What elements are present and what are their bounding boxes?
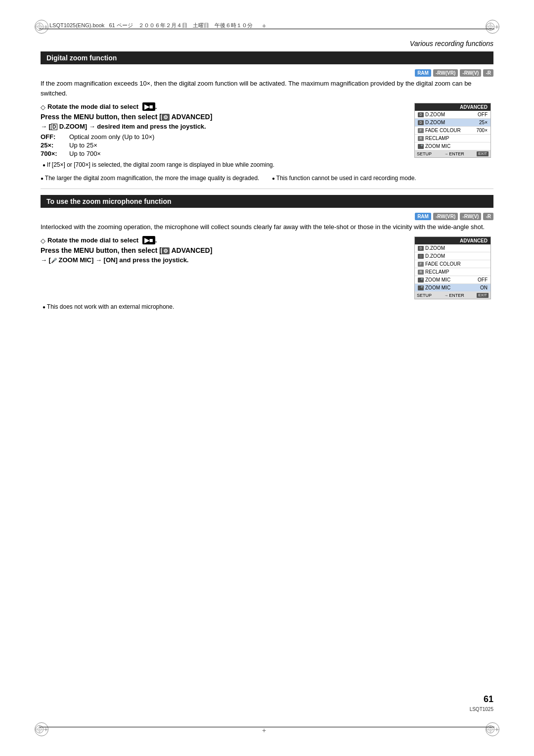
option-25x: 25×: Up to 25× bbox=[41, 142, 406, 149]
section2-bullet1: This does not work with an external micr… bbox=[41, 303, 493, 310]
screen2-icon-r: R bbox=[418, 270, 424, 275]
badge2-r: -R bbox=[483, 213, 493, 220]
section1-arrow-line: → [D D.ZOOM] → desired item and press th… bbox=[41, 123, 406, 130]
section2-instruction: Press the MENU button, then select [⚙ AD… bbox=[41, 246, 406, 254]
screen2-row-mic-on: 🎤 ZOOM MIC ON bbox=[415, 284, 490, 292]
note-card: This function cannot be used in card rec… bbox=[272, 174, 493, 183]
advanced-icon2: ⚙ bbox=[162, 247, 170, 254]
section-digital-zoom: Digital zoom function RAM -RW(VR) -RW(V)… bbox=[41, 51, 493, 183]
section1-steps: ◇ Rotate the mode dial to select ▶■. Pre… bbox=[41, 103, 406, 170]
section2-steps: ◇ Rotate the mode dial to select ▶■. Pre… bbox=[41, 236, 406, 267]
screen2-icon-mic: 🎤 bbox=[418, 278, 424, 283]
badge2-rwv: -RW(V) bbox=[460, 213, 481, 220]
screen2-row-2: □ D.ZOOM bbox=[415, 252, 490, 260]
screen-row-dzoom-25: D D.ZOOM 25× bbox=[415, 119, 490, 127]
advanced-icon1: ⚙ bbox=[162, 114, 170, 121]
badge2-ram: RAM bbox=[415, 213, 431, 220]
section2-title: To use the zoom microphone function bbox=[41, 195, 493, 208]
section2-screenshot: ADVANCED D D.ZOOM □ D.ZOOM bbox=[414, 236, 493, 299]
screen-enter: → ENTER bbox=[444, 151, 464, 156]
screen-footer-2: SETUP → ENTER EXIT bbox=[415, 292, 490, 299]
content-area: Various recording functions Digital zoom… bbox=[41, 40, 493, 716]
corner-decoration-br bbox=[486, 722, 499, 736]
section1-options: OFF: Optical zoom only (Up to 10×) 25×: … bbox=[41, 133, 406, 157]
screen2-icon-2: □ bbox=[418, 254, 424, 259]
section2-arrow-line: → [🎤 ZOOM MIC] → [ON] and press the joys… bbox=[41, 256, 406, 264]
enter-arrow: → bbox=[444, 152, 448, 156]
option-700x: 700×: Up to 700× bbox=[41, 150, 406, 157]
section1-step1: ◇ Rotate the mode dial to select ▶■. bbox=[41, 103, 406, 111]
note-quality: The larger the digital zoom magnificatio… bbox=[41, 174, 262, 183]
screen-title-1: ADVANCED bbox=[415, 103, 490, 111]
screen-icon-mic: 🎤 bbox=[418, 144, 424, 149]
header-meta: LSQT1025(ENG).book 61 ページ ２００６年２月４日 土曜日 … bbox=[49, 22, 253, 29]
section1-bullet1: If [25×] or [700×] is selected, the digi… bbox=[41, 161, 406, 168]
section1-intro: If the zoom magnification exceeds 10×, t… bbox=[41, 79, 493, 98]
screen2-row-reclamp: R RECLAMP bbox=[415, 268, 490, 276]
page: LSQT1025(ENG).book 61 ページ ２００６年２月４日 土曜日 … bbox=[0, 0, 534, 756]
exit-badge: EXIT bbox=[477, 151, 489, 156]
section2-badges: RAM -RW(VR) -RW(V) -R bbox=[41, 213, 493, 220]
video-mode-icon: ▶■ bbox=[142, 102, 155, 111]
bottom-cross: + bbox=[262, 726, 266, 734]
section1-main-content: ◇ Rotate the mode dial to select ▶■. Pre… bbox=[41, 103, 493, 170]
section1-title: Digital zoom function bbox=[41, 51, 493, 64]
page-code: LSQT1025 bbox=[470, 707, 493, 712]
top-cross: + bbox=[262, 22, 266, 30]
screen2-row-mic-off: 🎤 ZOOM MIC OFF bbox=[415, 276, 490, 284]
screen-icon-d: D bbox=[418, 112, 424, 117]
section1-badges: RAM -RW(VR) -RW(V) -R bbox=[41, 69, 493, 77]
section2-main-content: ◇ Rotate the mode dial to select ▶■. Pre… bbox=[41, 236, 493, 299]
screen2-enter: → ENTER bbox=[444, 293, 464, 298]
badge-rwv: -RW(V) bbox=[460, 69, 481, 77]
screen-mockup-1: ADVANCED D D.ZOOM OFF D D.ZOOM bbox=[414, 103, 491, 158]
section1-notes: The larger the digital zoom magnificatio… bbox=[41, 174, 493, 183]
screen2-icon-mic2: 🎤 bbox=[418, 285, 424, 290]
screen-row-dzoom: D D.ZOOM OFF bbox=[415, 111, 490, 119]
bottom-line bbox=[40, 727, 494, 727]
exit-badge-2: EXIT bbox=[477, 293, 489, 298]
section-divider bbox=[41, 189, 493, 189]
screen-mockup-2: ADVANCED D D.ZOOM □ D.ZOOM bbox=[414, 236, 491, 299]
page-number: 61 bbox=[470, 694, 493, 705]
enter-arrow-2: → bbox=[444, 293, 448, 298]
section1-screenshot: ADVANCED D D.ZOOM OFF D D.ZOOM bbox=[414, 103, 493, 158]
screen-icon-d2: D bbox=[418, 120, 424, 125]
screen-icon-r: R bbox=[418, 136, 424, 141]
dzoom-icon: D bbox=[51, 124, 57, 130]
corner-decoration-bl bbox=[35, 722, 48, 736]
screen-row-mic: 🎤 ZOOM MIC bbox=[415, 142, 490, 150]
page-number-area: 61 LSQT1025 bbox=[470, 694, 493, 712]
screen-icon-fade: F bbox=[418, 128, 424, 133]
screen-row-reclamp: R RECLAMP bbox=[415, 135, 490, 142]
screen2-icon-1: D bbox=[418, 246, 424, 251]
screen-title-2: ADVANCED bbox=[415, 237, 490, 244]
screen2-icon-fade: F bbox=[418, 262, 424, 267]
screen-footer-1: SETUP → ENTER EXIT bbox=[415, 150, 490, 157]
page-category: Various recording functions bbox=[41, 40, 493, 47]
screen2-row-fade: F FADE COLOUR bbox=[415, 260, 490, 268]
badge-r: -R bbox=[483, 69, 493, 77]
diamond-icon: ◇ bbox=[41, 103, 45, 111]
section2-step1: ◇ Rotate the mode dial to select ▶■. bbox=[41, 236, 406, 244]
badge2-rwvr: -RW(VR) bbox=[433, 213, 458, 220]
badge-ram: RAM bbox=[415, 69, 431, 77]
section-zoom-mic: To use the zoom microphone function RAM … bbox=[41, 195, 493, 311]
badge-rwvr: -RW(VR) bbox=[433, 69, 458, 77]
screen2-row-1: D D.ZOOM bbox=[415, 244, 490, 252]
video-mode-icon-2: ▶■ bbox=[142, 236, 155, 244]
corner-decoration-tl bbox=[35, 20, 48, 34]
section2-step1-text: Rotate the mode dial to select ▶■. bbox=[47, 236, 157, 244]
mic-icon-inline: 🎤 bbox=[51, 258, 57, 263]
option-off: OFF: Optical zoom only (Up to 10×) bbox=[41, 133, 406, 141]
screen-row-fade: F FADE COLOUR 700× bbox=[415, 127, 490, 135]
section2-intro: Interlocked with the zooming operation, … bbox=[41, 222, 493, 232]
section1-step1-text: Rotate the mode dial to select ▶■. bbox=[47, 103, 157, 110]
section1-instruction: Press the MENU button, then select [⚙ AD… bbox=[41, 113, 406, 121]
corner-decoration-tr bbox=[486, 20, 499, 34]
diamond-icon-2: ◇ bbox=[41, 237, 45, 244]
